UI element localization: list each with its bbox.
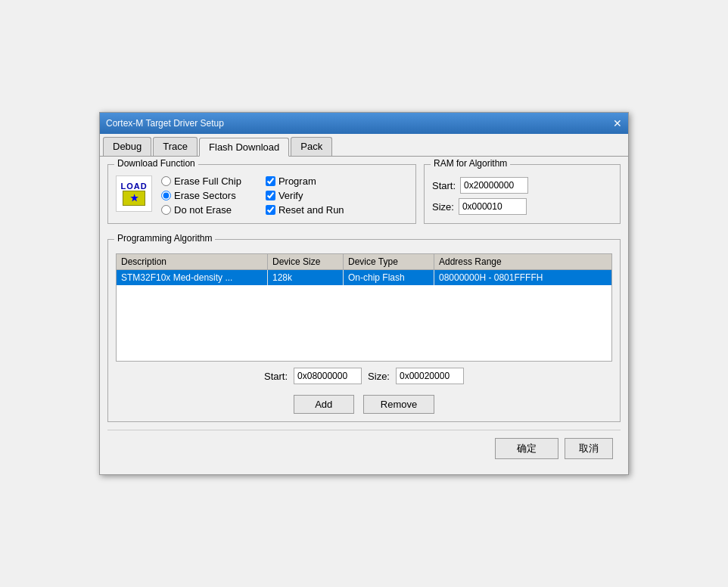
ram-for-algorithm-label: RAM for Algorithm — [431, 158, 510, 169]
download-function-group: Download Function LOAD Erase Full Chip — [107, 164, 416, 224]
erase-options: Erase Full Chip Erase Sectors Do not Era… — [161, 175, 241, 216]
cancel-button[interactable]: 取消 — [565, 438, 613, 459]
algo-start-label: Start: — [264, 371, 288, 382]
table-row[interactable]: STM32F10x Med-density ... 128k On-chip F… — [117, 270, 611, 285]
ok-button[interactable]: 确定 — [495, 438, 558, 459]
col-device-type: Device Type — [344, 254, 434, 269]
tab-bar: Debug Trace Flash Download Pack — [100, 134, 628, 157]
titlebar: Cortex-M Target Driver Setup ✕ — [100, 113, 628, 134]
dialog-buttons: 确定 取消 — [107, 430, 621, 467]
programming-algorithm-group: Programming Algorithm Description Device… — [107, 239, 621, 422]
ram-for-algorithm-group: RAM for Algorithm Start: Size: — [424, 164, 621, 224]
cell-device-type: On-chip Flash — [344, 270, 434, 285]
algo-size-input[interactable] — [396, 368, 464, 384]
add-button[interactable]: Add — [294, 395, 354, 414]
radio-do-not-erase[interactable]: Do not Erase — [161, 204, 241, 216]
action-checkboxes: Program Verify Reset and Run — [266, 175, 344, 216]
load-icon: LOAD — [116, 175, 152, 212]
algorithm-table: Description Device Size Device Type Addr… — [116, 253, 612, 362]
cell-address-range: 08000000H - 0801FFFFH — [434, 270, 586, 285]
add-remove-row: Add Remove — [116, 395, 612, 414]
tab-debug[interactable]: Debug — [103, 137, 151, 156]
window-title: Cortex-M Target Driver Setup — [106, 118, 224, 129]
tab-trace[interactable]: Trace — [153, 137, 198, 156]
main-window: Cortex-M Target Driver Setup ✕ Debug Tra… — [99, 112, 629, 475]
ram-start-input[interactable] — [460, 177, 528, 194]
table-header: Description Device Size Device Type Addr… — [117, 254, 611, 270]
algo-bottom-fields: Start: Size: — [116, 368, 612, 384]
cell-description: STM32F10x Med-density ... — [117, 270, 268, 285]
tab-pack[interactable]: Pack — [291, 137, 332, 156]
checkbox-verify[interactable]: Verify — [266, 190, 344, 201]
checkbox-program[interactable]: Program — [266, 175, 344, 187]
cell-device-size: 128k — [268, 270, 344, 285]
close-button[interactable]: ✕ — [613, 118, 622, 129]
tab-flash-download[interactable]: Flash Download — [199, 138, 289, 157]
algo-start-input[interactable] — [294, 368, 362, 384]
remove-button[interactable]: Remove — [363, 395, 434, 414]
col-description: Description — [117, 254, 268, 269]
ram-size-input[interactable] — [459, 198, 527, 215]
main-content: Download Function LOAD Erase Full Chip — [100, 157, 628, 474]
col-address-range: Address Range — [434, 254, 586, 269]
programming-algorithm-label: Programming Algorithm — [114, 233, 215, 244]
ram-start-row: Start: — [432, 177, 612, 194]
radio-erase-sectors[interactable]: Erase Sectors — [161, 190, 241, 201]
ram-start-label: Start: — [432, 180, 456, 191]
ram-size-label: Size: — [432, 201, 454, 213]
download-function-label: Download Function — [114, 158, 198, 169]
checkbox-reset-and-run[interactable]: Reset and Run — [266, 204, 344, 216]
ram-size-row: Size: — [432, 198, 612, 215]
col-device-size: Device Size — [268, 254, 344, 269]
radio-erase-full-chip[interactable]: Erase Full Chip — [161, 175, 241, 187]
algo-size-label: Size: — [368, 371, 390, 382]
table-body: STM32F10x Med-density ... 128k On-chip F… — [117, 270, 611, 361]
